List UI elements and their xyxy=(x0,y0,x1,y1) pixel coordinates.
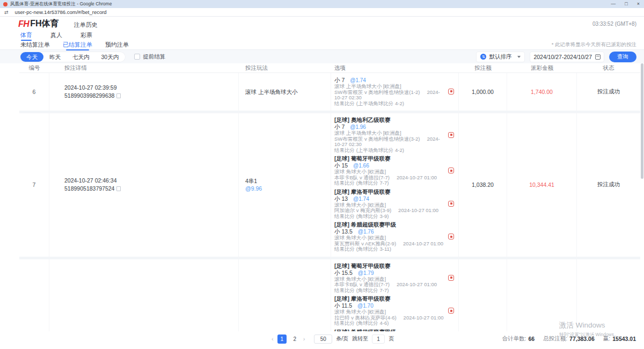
main-tabs: 体育 真人 彩票 xyxy=(0,31,644,40)
range-yesterday[interactable]: 昨天 xyxy=(43,52,67,62)
leg-match-line: 本菲卡B队 v 通德拉(7-7)2024-10-27 01:00 xyxy=(334,282,444,288)
close-button[interactable]: × xyxy=(637,0,640,8)
browser-window: 凤凰体育-亚洲在线体育竞猜投注 - Google Chrome — □ × ⇄ … xyxy=(0,0,644,349)
leg-match-time: 2024-10-27 01:00 xyxy=(397,281,437,287)
tab-live[interactable]: 真人 xyxy=(50,31,62,40)
tab-lottery[interactable]: 彩票 xyxy=(80,31,92,40)
copy-icon[interactable] xyxy=(116,186,121,191)
bet-id: 5189905183797524 xyxy=(64,185,114,193)
leg-match: 阿加迪尔 v 梅克内斯(3-9) xyxy=(334,207,391,213)
bet-id-line: 5189903998299638 xyxy=(64,92,238,100)
maximize-button[interactable]: □ xyxy=(625,0,627,8)
win-label: 赢: xyxy=(603,335,610,343)
bet-time: 2024-10-27 02:39:59 xyxy=(64,84,238,92)
range-30days[interactable]: 30天内 xyxy=(96,52,125,62)
win-badge-icon xyxy=(448,275,454,281)
pagination: ‹ 1 2 › 条/页 跳转至 页 xyxy=(272,335,394,344)
address-bar[interactable]: ⇄ user-pc-new.14r53786.com/#/bet_record xyxy=(0,8,644,17)
leg-result: 结果比分 (上半场角球比分 4-2) xyxy=(334,148,444,154)
leg-odds: @1.76 xyxy=(358,229,374,235)
leg-match: 本菲卡B队 v 通德拉(7-7) xyxy=(334,174,390,180)
leg-pick: 小 13.5 xyxy=(334,228,353,235)
leg-match: 拉巴特 v 奥林匹克萨菲(4-6) xyxy=(334,315,397,321)
play-odds: @9.96 xyxy=(245,185,331,192)
leg-match-line: 阿加迪尔 v 梅克内斯(3-9)2024-10-27 01:00 xyxy=(334,208,444,214)
leg-pick-line: 小 13.5@1.76 xyxy=(334,228,444,235)
leg-pick: 小 15.5 xyxy=(334,270,353,276)
leg-league: [足球] 摩洛哥甲级联赛 xyxy=(334,188,444,195)
payout-amount: 1,740.00 xyxy=(531,89,553,95)
prev-page-button[interactable]: ‹ xyxy=(272,335,274,344)
leg-lines: [足球] 葡萄牙甲级联赛小 15.5@1.79滚球 角球大小 [欧洲盘]本菲卡B… xyxy=(334,263,444,294)
date-range-picker[interactable]: 2024/10/27-2024/10/27 xyxy=(530,52,604,62)
cell-play-type: 滚球 上半场角球大小 xyxy=(239,73,331,111)
logo-fh-mark: FH xyxy=(18,19,29,29)
bet-id-line: 5189905183797524 xyxy=(64,185,238,193)
table-row: 72024-10-27 02:46:3451899051837975244串1@… xyxy=(19,111,640,257)
table-header: 编号 投注详情 投注玩法 选项 投注额 派彩金额 状态 xyxy=(19,63,640,73)
range-today[interactable]: 今天 xyxy=(20,52,43,62)
leg-badge-slot xyxy=(444,234,456,239)
logo-text: FH体育 xyxy=(30,18,58,30)
url-text: user-pc-new.14r53786.com/#/bet_record xyxy=(15,9,107,15)
leg-odds: @1.74 xyxy=(353,196,369,202)
early-settle-label: 提前结算 xyxy=(143,53,165,61)
col-status: 状态 xyxy=(577,64,640,72)
total-bet-value: 77,383.06 xyxy=(569,336,595,342)
leg-result: 结果比分 (角球比分 4-6) xyxy=(334,321,444,326)
subtab-settled[interactable]: 已结算注单 xyxy=(63,41,92,49)
bet-leg: [足球] 摩洛哥甲级联赛小 11.5@1.70滚球 角球大小 [欧洲盘]拉巴特 … xyxy=(334,295,456,326)
minimize-button[interactable]: — xyxy=(611,0,616,8)
subtab-unsettled[interactable]: 未结算注单 xyxy=(20,41,50,49)
leg-league: [足球] 葡萄牙甲级联赛 xyxy=(334,155,444,162)
cell-payout: 1,740.00 xyxy=(507,73,577,111)
bet-time: 2024-10-27 02:46:34 xyxy=(64,177,238,185)
leg-result: 结果比分 (角球比分 3-9) xyxy=(334,214,444,220)
tab-sports[interactable]: 体育 xyxy=(20,31,32,40)
leg-badge-slot xyxy=(444,308,456,314)
leg-badge-slot xyxy=(444,201,456,207)
next-page-button[interactable]: › xyxy=(303,335,305,344)
leg-match-time: 2024-10-27 01:00 xyxy=(404,315,444,321)
page-1-button[interactable]: 1 xyxy=(277,335,287,344)
count-value: 66 xyxy=(528,336,535,342)
cell-row-no: 8 xyxy=(19,259,49,332)
filter-toolbar: 今天 昨天 七天内 30天内 提前结算 ⇅ 默认排序 2024/10/27-20… xyxy=(0,50,644,63)
per-page-label: 条/页 xyxy=(336,335,348,343)
leg-match: 莱瓦贾科斯 v AEK雅典(2-9) xyxy=(334,241,396,246)
copy-icon[interactable] xyxy=(116,93,121,98)
range-7days[interactable]: 七天内 xyxy=(67,52,96,62)
leg-result: 结果比分 (上半场角球比分 4-2) xyxy=(334,101,444,107)
page-size-input[interactable] xyxy=(314,335,332,344)
leg-league: [足球] 摩洛哥甲级联赛 xyxy=(334,295,444,302)
col-play: 投注玩法 xyxy=(239,64,331,72)
jump-label: 跳转至 xyxy=(352,335,368,343)
page-2-button[interactable]: 2 xyxy=(290,335,299,344)
sort-icon: ⇅ xyxy=(480,54,486,60)
leg-lines: [足球] 摩洛哥甲级联赛小 13@1.74滚球 角球大小 [欧洲盘]阿加迪尔 v… xyxy=(334,188,444,220)
row-number: 7 xyxy=(33,181,36,188)
subtab-reserved[interactable]: 预约注单 xyxy=(105,41,129,49)
vertical-scrollbar[interactable] xyxy=(641,63,643,179)
window-title: 凤凰体育-亚洲在线体育竞猜投注 - Google Chrome xyxy=(10,1,112,8)
cell-bet-amount: 1,038.20 xyxy=(459,113,507,257)
jump-page-input[interactable] xyxy=(372,335,385,344)
site-favicon-icon xyxy=(3,2,8,6)
total-bet-label: 总投注额: xyxy=(543,335,567,343)
search-button[interactable]: 查询 xyxy=(609,52,636,62)
cell-payout: 12,110.50 xyxy=(507,259,577,332)
leg-odds: @1.66 xyxy=(353,163,369,169)
date-range-value: 2024/10/27-2024/10/27 xyxy=(533,54,592,60)
leg-pick-line: 小 7@1.96 xyxy=(334,123,444,130)
leg-match: SW布雷根茨 v 奥地利维也纳快速(3-2) xyxy=(334,136,420,142)
sort-select[interactable]: ⇅ 默认排序 xyxy=(476,52,525,62)
leg-pick: 小 15 xyxy=(334,162,348,169)
table-row: 82024-10-27 02:41:1951899042358218525串1@… xyxy=(19,257,640,332)
leg-lines: [足球] 摩洛哥甲级联赛小 11.5@1.70滚球 角球大小 [欧洲盘]拉巴特 … xyxy=(334,295,444,326)
early-settle-checkbox[interactable] xyxy=(134,54,140,60)
leg-pick: 小 11.5 xyxy=(334,302,352,309)
leg-match-time: 2024-10-27 01:00 xyxy=(403,241,443,246)
leg-pick-line: 小 15@1.66 xyxy=(334,162,444,169)
leg-odds: @1.74 xyxy=(350,77,366,83)
table-footer: ‹ 1 2 › 条/页 跳转至 页 合计单数: 66 总投注额: 77,383.… xyxy=(19,331,640,346)
